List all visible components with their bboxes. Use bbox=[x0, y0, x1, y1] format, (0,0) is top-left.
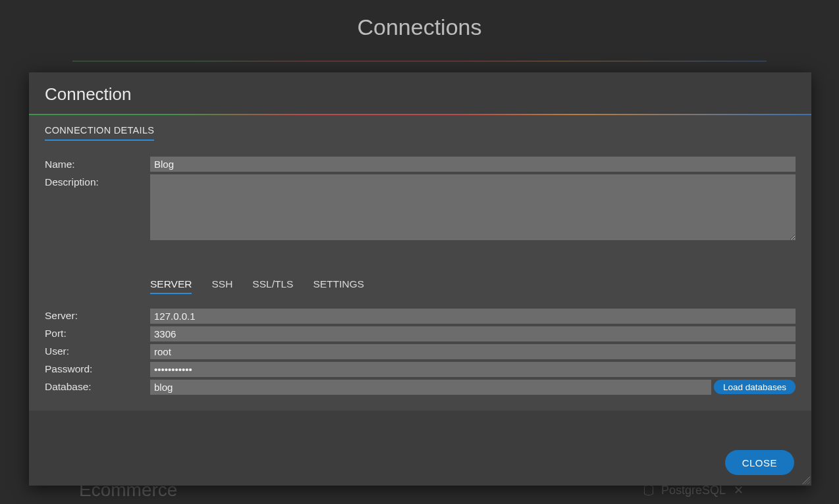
port-input[interactable] bbox=[150, 326, 796, 341]
header-accent bbox=[72, 61, 767, 62]
close-button[interactable]: CLOSE bbox=[725, 450, 794, 475]
database-input[interactable] bbox=[150, 380, 711, 395]
dialog-title: Connection bbox=[29, 72, 811, 114]
subtab-ssl[interactable]: SSL/TLS bbox=[252, 278, 293, 294]
dialog-body: CONNECTION DETAILS Name: Description: SE… bbox=[29, 115, 811, 411]
page-title: Connections bbox=[0, 14, 839, 40]
dialog-accent bbox=[29, 114, 811, 115]
description-label: Description: bbox=[45, 174, 150, 188]
dialog-footer: CLOSE bbox=[29, 440, 811, 486]
database-label: Database: bbox=[45, 380, 150, 395]
name-input[interactable] bbox=[150, 157, 796, 172]
description-input[interactable] bbox=[150, 174, 796, 240]
subtab-ssh[interactable]: SSH bbox=[211, 278, 232, 294]
connection-dialog: Connection CONNECTION DETAILS Name: Desc… bbox=[29, 72, 811, 486]
password-input[interactable] bbox=[150, 362, 796, 377]
load-databases-button[interactable]: Load databases bbox=[714, 380, 796, 394]
name-label: Name: bbox=[45, 157, 150, 170]
subtab-server[interactable]: SERVER bbox=[150, 278, 192, 294]
subtab-settings[interactable]: SETTINGS bbox=[313, 278, 364, 294]
user-input[interactable] bbox=[150, 344, 796, 359]
user-label: User: bbox=[45, 344, 150, 359]
server-label: Server: bbox=[45, 309, 150, 324]
tab-connection-details[interactable]: CONNECTION DETAILS bbox=[45, 125, 154, 141]
port-label: Port: bbox=[45, 326, 150, 341]
password-label: Password: bbox=[45, 362, 150, 377]
database-icon bbox=[644, 485, 653, 495]
resize-grip[interactable] bbox=[802, 476, 810, 484]
server-input[interactable] bbox=[150, 309, 796, 324]
